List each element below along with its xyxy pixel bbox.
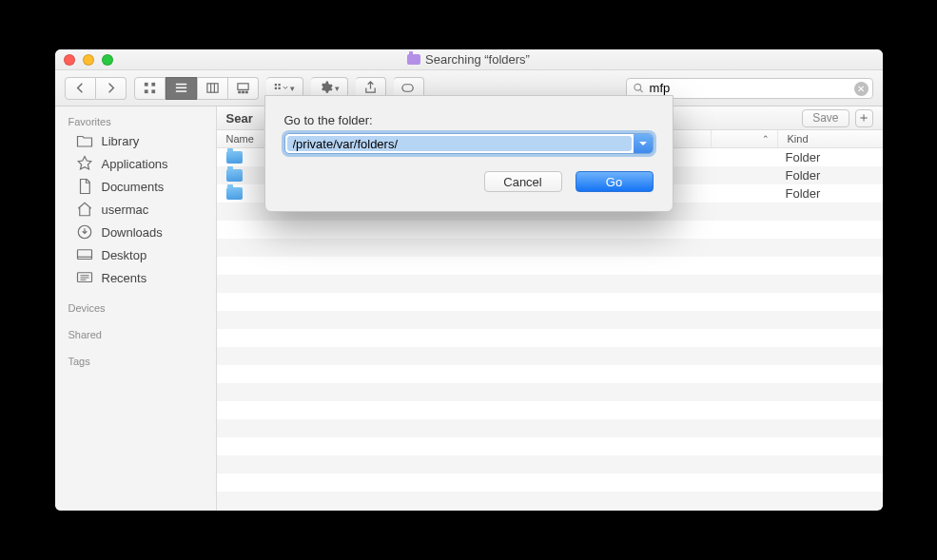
scope-search-label: Sear [226, 111, 253, 126]
folder-icon [76, 132, 93, 149]
sidebar-section-tags: Tags [55, 352, 216, 369]
svg-rect-12 [274, 84, 276, 86]
svg-rect-6 [175, 90, 185, 92]
desktop-icon [76, 246, 93, 263]
svg-rect-5 [175, 87, 185, 89]
smart-folder-icon [407, 54, 420, 65]
go-button[interactable]: Go [576, 171, 654, 192]
sidebar-item-library[interactable]: Library [55, 129, 216, 152]
folder-icon [226, 187, 243, 200]
finder-window: Searching “folders” [55, 49, 883, 511]
window-title-text: Searching “folders” [425, 52, 530, 67]
icon-view-button[interactable] [134, 77, 166, 100]
sidebar-section-devices: Devices [55, 299, 216, 316]
folder-path-input[interactable] [287, 135, 651, 152]
clear-search-button[interactable]: ✕ [854, 82, 869, 96]
column-header-kind[interactable]: Kind [778, 130, 883, 147]
applications-icon [76, 155, 93, 172]
svg-rect-8 [237, 84, 247, 90]
row-kind: Folder [778, 168, 883, 183]
svg-rect-1 [151, 83, 155, 87]
sidebar-section-shared: Shared [55, 325, 216, 342]
tag-icon [401, 81, 416, 95]
sidebar-item-label: Library [102, 134, 140, 148]
cancel-button[interactable]: Cancel [484, 171, 562, 192]
add-criteria-button[interactable]: ＋ [855, 109, 873, 127]
svg-rect-14 [274, 87, 276, 89]
sidebar-item-label: Documents [102, 180, 165, 194]
svg-rect-19 [77, 250, 91, 260]
window-title: Searching “folders” [55, 52, 883, 67]
document-icon [76, 178, 93, 195]
sidebar-item-recents[interactable]: Recents [55, 266, 216, 289]
svg-rect-7 [206, 84, 217, 92]
sort-indicator-icon: ⌃ [762, 134, 770, 144]
sidebar-item-label: Applications [102, 157, 168, 171]
svg-rect-0 [144, 83, 147, 87]
chevron-down-icon [638, 139, 648, 148]
row-kind: Folder [778, 150, 883, 164]
sidebar-section-favorites: Favorites [55, 112, 216, 129]
folder-icon [226, 151, 243, 164]
back-button[interactable] [65, 77, 96, 100]
titlebar: Searching “folders” [55, 49, 883, 70]
sidebar-item-documents[interactable]: Documents [55, 175, 216, 198]
sidebar-item-applications[interactable]: Applications [55, 152, 216, 175]
view-mode-group [134, 77, 259, 100]
folder-path-combobox[interactable] [284, 133, 654, 154]
sidebar-item-label: Downloads [102, 225, 163, 240]
sidebar-item-home[interactable]: usermac [55, 198, 216, 221]
history-dropdown-button[interactable] [634, 134, 653, 153]
sidebar-item-label: usermac [102, 203, 149, 217]
save-search-button[interactable]: Save [802, 109, 849, 127]
gallery-view-button[interactable] [228, 77, 259, 100]
sidebar-item-desktop[interactable]: Desktop [55, 243, 216, 266]
sidebar-item-downloads[interactable]: Downloads [55, 221, 216, 243]
sidebar-item-label: Recents [102, 271, 147, 285]
recents-icon [76, 269, 93, 286]
chevron-down-icon: ▾ [290, 84, 295, 93]
nav-buttons [65, 77, 127, 100]
svg-rect-10 [242, 91, 244, 92]
forward-button[interactable] [96, 77, 127, 100]
downloads-icon [76, 223, 93, 241]
chevron-down-icon: ▾ [335, 84, 340, 93]
go-to-folder-sheet: Go to the folder: Cancel Go [264, 95, 673, 212]
column-header-date-modified[interactable]: ⌃ [712, 130, 778, 147]
svg-rect-3 [151, 89, 155, 93]
gear-icon [319, 81, 333, 95]
svg-rect-4 [175, 84, 185, 86]
list-view-button[interactable] [166, 77, 197, 100]
svg-rect-11 [245, 91, 247, 92]
svg-rect-9 [238, 91, 240, 92]
svg-rect-16 [401, 85, 412, 92]
sidebar-item-label: Desktop [102, 248, 147, 262]
search-input[interactable] [648, 80, 849, 96]
column-view-button[interactable] [197, 77, 228, 100]
search-icon [633, 82, 644, 94]
row-kind: Folder [778, 186, 883, 201]
sidebar: Favorites Library Applications Documents… [55, 106, 217, 511]
svg-rect-13 [278, 84, 280, 86]
share-icon [363, 81, 378, 95]
sheet-label: Go to the folder: [284, 113, 654, 127]
svg-rect-15 [278, 87, 280, 89]
svg-point-17 [634, 84, 640, 90]
home-icon [76, 201, 93, 218]
folder-icon [226, 169, 243, 182]
svg-rect-2 [144, 89, 147, 93]
